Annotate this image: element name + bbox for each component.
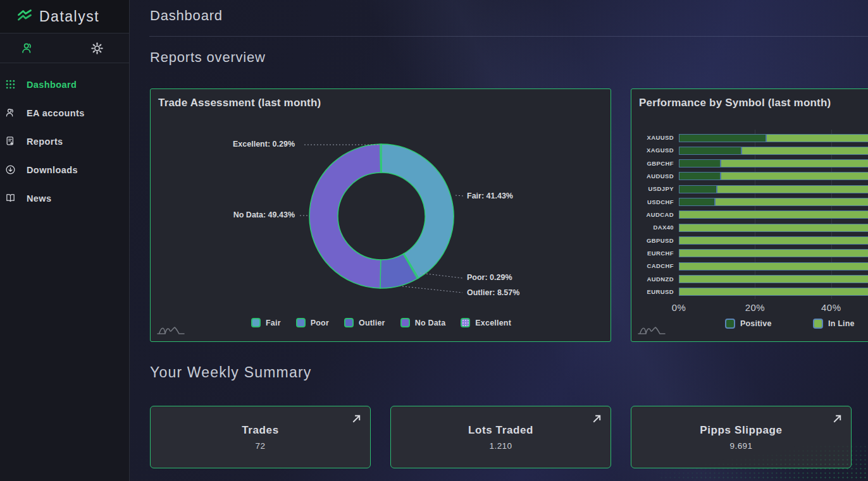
bar-row [679,275,868,283]
settings-gear-icon[interactable] [90,42,104,55]
download-icon [5,164,16,175]
donut-legend: FairPoorOutlierNo DataExcellent [151,318,612,327]
bar-segment[interactable] [679,288,868,296]
bar-chart-title: Performance by Symbol (last month) [639,97,831,109]
section-weekly-summary: Your Weekly Summary [150,364,311,381]
bar-row [679,262,868,271]
trades-card[interactable]: Trades 72 [150,406,371,468]
sidebar-item-label: News [27,193,51,204]
legend-label: Positive [740,319,772,328]
bar-row [679,198,868,206]
bar-segment[interactable] [721,172,868,180]
sidebar-item-downloads[interactable]: Downloads [0,155,129,184]
bar-segment[interactable] [679,249,868,257]
legend-swatch [725,319,735,329]
bar-segment[interactable] [679,134,766,142]
summary-card-value: 72 [151,441,370,451]
x-axis-tick: 40% [809,302,853,313]
legend-label: No Data [415,319,446,327]
decor-dots [659,444,868,481]
news-book-icon [5,193,16,204]
sidebar-item-news[interactable]: News [0,184,129,212]
bar-segment[interactable] [679,172,721,180]
header-divider [149,36,868,37]
watermark-logo [637,320,670,337]
users-icon [5,107,16,118]
summary-card-label: Lots Traded [391,424,611,437]
bar-segment[interactable] [679,198,715,206]
bar-row [679,288,868,296]
legend-swatch [344,318,354,327]
sidebar-item-label: Downloads [27,165,78,175]
summary-card-value: 1.210 [391,441,611,451]
bar-segment[interactable] [721,159,868,167]
bar-category-label: GBPCHF [635,160,674,167]
legend-item[interactable]: Positive [725,319,772,329]
x-axis-tick: 20% [733,302,777,313]
sidebar-item-label: Reports [27,137,63,147]
logo[interactable]: Datalyst [0,0,129,33]
callout-leader-line [420,273,462,278]
donut-callout: Excellent: 0.29% [233,140,295,149]
bar-segment[interactable] [715,198,868,206]
bar-segment[interactable] [741,147,868,155]
bar-row [679,147,868,155]
donut-callout: No Data: 49.43% [233,210,295,219]
logo-zigzag-icon [16,9,33,24]
legend-label: Outlier [359,319,385,327]
bar-segment[interactable] [717,185,868,193]
donut-callout: Outlier: 8.57% [467,288,519,297]
legend-swatch [400,318,410,327]
bar-category-label: USDCHF [635,198,674,205]
page-title: Dashboard [150,8,223,24]
bar-category-label: AUDUSD [635,173,674,180]
legend-item[interactable]: Excellent [461,318,511,327]
legend-item[interactable]: No Data [400,318,446,327]
bar-segment[interactable] [679,236,868,245]
legend-swatch [296,318,306,327]
bar-segment[interactable] [766,134,868,142]
bar-row [679,224,868,232]
bar-segment[interactable] [679,210,868,219]
report-icon [5,136,16,147]
section-reports-overview: Reports overview [150,49,266,66]
donut-slice[interactable] [309,144,381,288]
bar-row [679,249,868,257]
sidebar-item-dashboard[interactable]: Dashboard [0,70,129,99]
lots-traded-card[interactable]: Lots Traded 1.210 [390,406,611,468]
bar-category-label: EURCHF [635,250,674,257]
x-axis-tick: 0% [657,302,701,313]
legend-item[interactable]: In Line [813,319,855,329]
bar-category-label: EURUSD [635,288,674,295]
legend-item[interactable]: Poor [296,318,329,327]
bar-segment[interactable] [679,224,868,232]
bar-segment[interactable] [679,159,721,167]
bar-segment[interactable] [679,185,717,193]
bar-category-label: DAX40 [635,224,674,231]
external-link-arrow-icon [350,413,363,425]
donut-slice[interactable] [380,144,381,173]
accounts-icon[interactable] [21,42,34,55]
legend-item[interactable]: Outlier [344,318,385,327]
sidebar-item-reports[interactable]: Reports [0,127,129,155]
sidebar-nav: Dashboard EA accounts [0,63,129,212]
legend-label: Excellent [475,319,511,327]
summary-card-label: Pipps Slippage [631,424,851,437]
sidebar-item-ea-accounts[interactable]: EA accounts [0,99,129,127]
bar-category-label: XAUUSD [635,134,674,141]
performance-by-symbol-card: Performance by Symbol (last month) XAUUS… [631,88,868,342]
bar-row [679,159,868,167]
legend-swatch [251,318,261,327]
bar-row [679,210,868,219]
bar-segment[interactable] [679,147,741,155]
legend-item[interactable]: Fair [251,318,281,327]
legend-swatch [813,319,823,329]
bar-row [679,172,868,180]
bar-segment[interactable] [679,262,868,271]
callout-leader-line [402,286,462,293]
summary-card-label: Trades [151,424,370,437]
bar-segment[interactable] [679,275,868,283]
donut-slice[interactable] [381,144,454,278]
bar-category-label: AUDCAD [635,211,674,218]
sidebar-item-label: Dashboard [27,80,77,90]
